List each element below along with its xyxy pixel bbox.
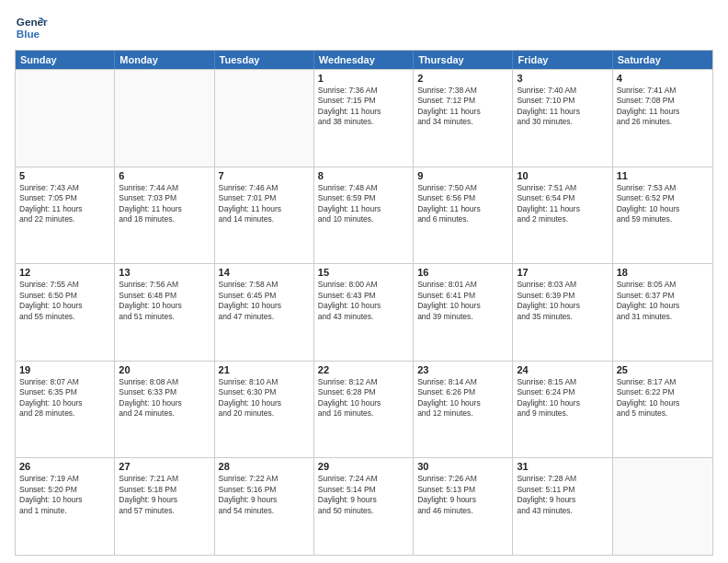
day-info: Sunrise: 7:38 AM Sunset: 7:12 PM Dayligh…	[417, 86, 508, 128]
calendar-cell: 29Sunrise: 7:24 AM Sunset: 5:14 PM Dayli…	[314, 458, 414, 555]
calendar-cell	[115, 70, 214, 167]
calendar-cell: 11Sunrise: 7:53 AM Sunset: 6:52 PM Dayli…	[613, 167, 712, 264]
day-info: Sunrise: 7:24 AM Sunset: 5:14 PM Dayligh…	[318, 474, 409, 516]
calendar-cell: 19Sunrise: 8:07 AM Sunset: 6:35 PM Dayli…	[16, 362, 115, 458]
weekday-header: Thursday	[414, 51, 513, 69]
calendar-row: 26Sunrise: 7:19 AM Sunset: 5:20 PM Dayli…	[16, 457, 712, 555]
day-info: Sunrise: 7:19 AM Sunset: 5:20 PM Dayligh…	[19, 474, 110, 516]
calendar-cell: 3Sunrise: 7:40 AM Sunset: 7:10 PM Daylig…	[513, 70, 612, 167]
day-info: Sunrise: 7:26 AM Sunset: 5:13 PM Dayligh…	[417, 474, 508, 516]
day-number: 11	[617, 170, 709, 181]
day-number: 18	[617, 267, 709, 278]
day-number: 15	[318, 267, 409, 278]
day-number: 6	[119, 170, 210, 181]
day-info: Sunrise: 7:48 AM Sunset: 6:59 PM Dayligh…	[318, 183, 409, 225]
page: General Blue SundayMondayTuesdayWednesda…	[0, 0, 728, 563]
day-info: Sunrise: 7:46 AM Sunset: 7:01 PM Dayligh…	[219, 183, 310, 225]
calendar-row: 5Sunrise: 7:43 AM Sunset: 7:05 PM Daylig…	[16, 167, 712, 264]
day-number: 27	[119, 461, 210, 472]
calendar-cell	[16, 70, 115, 167]
calendar-cell: 16Sunrise: 8:01 AM Sunset: 6:41 PM Dayli…	[414, 264, 513, 361]
calendar-cell: 27Sunrise: 7:21 AM Sunset: 5:18 PM Dayli…	[115, 458, 214, 555]
calendar-cell: 10Sunrise: 7:51 AM Sunset: 6:54 PM Dayli…	[513, 167, 612, 264]
calendar-row: 1Sunrise: 7:36 AM Sunset: 7:15 PM Daylig…	[16, 69, 712, 167]
calendar-cell	[613, 458, 712, 555]
calendar-cell: 12Sunrise: 7:55 AM Sunset: 6:50 PM Dayli…	[16, 264, 115, 361]
calendar-cell: 9Sunrise: 7:50 AM Sunset: 6:56 PM Daylig…	[414, 167, 513, 264]
day-number: 31	[517, 461, 608, 472]
calendar-cell: 26Sunrise: 7:19 AM Sunset: 5:20 PM Dayli…	[16, 458, 115, 555]
day-number: 12	[19, 267, 110, 278]
day-info: Sunrise: 7:50 AM Sunset: 6:56 PM Dayligh…	[417, 183, 508, 225]
calendar: SundayMondayTuesdayWednesdayThursdayFrid…	[15, 50, 713, 556]
logo-icon: General Blue	[15, 11, 48, 44]
day-number: 20	[119, 364, 210, 375]
calendar-cell: 25Sunrise: 8:17 AM Sunset: 6:22 PM Dayli…	[613, 362, 712, 458]
day-info: Sunrise: 7:22 AM Sunset: 5:16 PM Dayligh…	[219, 474, 310, 516]
weekday-header: Tuesday	[215, 51, 314, 69]
calendar-cell: 14Sunrise: 7:58 AM Sunset: 6:45 PM Dayli…	[215, 264, 314, 361]
calendar-cell: 15Sunrise: 8:00 AM Sunset: 6:43 PM Dayli…	[314, 264, 414, 361]
weekday-header: Friday	[513, 51, 612, 69]
svg-text:General: General	[17, 16, 48, 28]
header: General Blue	[15, 11, 713, 44]
svg-text:Blue: Blue	[17, 28, 40, 40]
day-number: 25	[617, 364, 709, 375]
day-info: Sunrise: 8:03 AM Sunset: 6:39 PM Dayligh…	[517, 280, 608, 322]
calendar-cell	[215, 70, 314, 167]
day-info: Sunrise: 8:07 AM Sunset: 6:35 PM Dayligh…	[19, 377, 110, 419]
day-info: Sunrise: 7:28 AM Sunset: 5:11 PM Dayligh…	[517, 474, 608, 516]
calendar-row: 19Sunrise: 8:07 AM Sunset: 6:35 PM Dayli…	[16, 361, 712, 458]
calendar-cell: 22Sunrise: 8:12 AM Sunset: 6:28 PM Dayli…	[314, 362, 414, 458]
weekday-header: Sunday	[16, 51, 115, 69]
day-number: 3	[517, 73, 608, 84]
day-info: Sunrise: 8:05 AM Sunset: 6:37 PM Dayligh…	[617, 280, 709, 322]
day-number: 23	[417, 364, 508, 375]
day-info: Sunrise: 7:53 AM Sunset: 6:52 PM Dayligh…	[617, 183, 709, 225]
day-info: Sunrise: 7:21 AM Sunset: 5:18 PM Dayligh…	[119, 474, 210, 516]
day-number: 17	[517, 267, 608, 278]
day-number: 26	[19, 461, 110, 472]
calendar-cell: 30Sunrise: 7:26 AM Sunset: 5:13 PM Dayli…	[414, 458, 513, 555]
day-info: Sunrise: 8:12 AM Sunset: 6:28 PM Dayligh…	[318, 377, 409, 419]
day-number: 14	[219, 267, 310, 278]
day-info: Sunrise: 7:36 AM Sunset: 7:15 PM Dayligh…	[318, 86, 409, 128]
calendar-body: 1Sunrise: 7:36 AM Sunset: 7:15 PM Daylig…	[16, 69, 712, 555]
day-number: 28	[219, 461, 310, 472]
calendar-cell: 7Sunrise: 7:46 AM Sunset: 7:01 PM Daylig…	[215, 167, 314, 264]
day-info: Sunrise: 8:15 AM Sunset: 6:24 PM Dayligh…	[517, 377, 608, 419]
day-number: 7	[219, 170, 310, 181]
day-info: Sunrise: 8:10 AM Sunset: 6:30 PM Dayligh…	[219, 377, 310, 419]
day-number: 21	[219, 364, 310, 375]
day-number: 24	[517, 364, 608, 375]
day-info: Sunrise: 7:41 AM Sunset: 7:08 PM Dayligh…	[617, 86, 709, 128]
day-info: Sunrise: 7:58 AM Sunset: 6:45 PM Dayligh…	[219, 280, 310, 322]
day-number: 2	[417, 73, 508, 84]
calendar-cell: 24Sunrise: 8:15 AM Sunset: 6:24 PM Dayli…	[513, 362, 612, 458]
day-number: 19	[19, 364, 110, 375]
day-number: 9	[417, 170, 508, 181]
calendar-cell: 18Sunrise: 8:05 AM Sunset: 6:37 PM Dayli…	[613, 264, 712, 361]
day-number: 10	[517, 170, 608, 181]
day-info: Sunrise: 8:01 AM Sunset: 6:41 PM Dayligh…	[417, 280, 508, 322]
day-number: 1	[318, 73, 409, 84]
calendar-cell: 6Sunrise: 7:44 AM Sunset: 7:03 PM Daylig…	[115, 167, 214, 264]
calendar-row: 12Sunrise: 7:55 AM Sunset: 6:50 PM Dayli…	[16, 263, 712, 361]
day-info: Sunrise: 7:43 AM Sunset: 7:05 PM Dayligh…	[19, 183, 110, 225]
calendar-cell: 13Sunrise: 7:56 AM Sunset: 6:48 PM Dayli…	[115, 264, 214, 361]
day-info: Sunrise: 7:40 AM Sunset: 7:10 PM Dayligh…	[517, 86, 608, 128]
day-info: Sunrise: 8:00 AM Sunset: 6:43 PM Dayligh…	[318, 280, 409, 322]
weekday-header: Saturday	[613, 51, 712, 69]
day-number: 30	[417, 461, 508, 472]
calendar-cell: 2Sunrise: 7:38 AM Sunset: 7:12 PM Daylig…	[414, 70, 513, 167]
calendar-cell: 23Sunrise: 8:14 AM Sunset: 6:26 PM Dayli…	[414, 362, 513, 458]
calendar-cell: 21Sunrise: 8:10 AM Sunset: 6:30 PM Dayli…	[215, 362, 314, 458]
day-number: 5	[19, 170, 110, 181]
calendar-cell: 8Sunrise: 7:48 AM Sunset: 6:59 PM Daylig…	[314, 167, 414, 264]
calendar-cell: 17Sunrise: 8:03 AM Sunset: 6:39 PM Dayli…	[513, 264, 612, 361]
day-number: 4	[617, 73, 709, 84]
day-info: Sunrise: 7:56 AM Sunset: 6:48 PM Dayligh…	[119, 280, 210, 322]
calendar-cell: 5Sunrise: 7:43 AM Sunset: 7:05 PM Daylig…	[16, 167, 115, 264]
calendar-cell: 31Sunrise: 7:28 AM Sunset: 5:11 PM Dayli…	[513, 458, 612, 555]
day-number: 16	[417, 267, 508, 278]
